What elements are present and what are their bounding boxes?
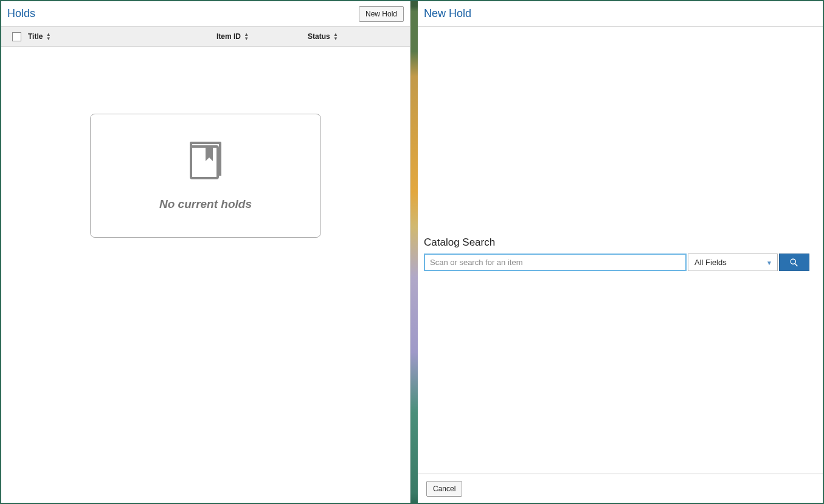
column-header-item-id-label: Item ID xyxy=(216,32,241,41)
new-hold-title: New Hold xyxy=(424,7,471,20)
holds-table-header: Title ▲▼ Item ID ▲▼ Status ▲▼ xyxy=(1,27,410,47)
app-frame: Holds New Hold Title ▲▼ Item ID ▲▼ Statu… xyxy=(0,0,824,504)
book-icon xyxy=(189,140,223,181)
catalog-search-label: Catalog Search xyxy=(424,236,809,249)
select-all-checkbox[interactable] xyxy=(12,32,21,41)
column-header-title[interactable]: Title ▲▼ xyxy=(28,32,216,41)
new-hold-panel: New Hold Catalog Search All Fields ▼ xyxy=(418,1,823,503)
holds-empty-area: No current holds xyxy=(1,47,410,503)
column-header-status-label: Status xyxy=(308,32,330,41)
catalog-search-block: Catalog Search All Fields ▼ xyxy=(424,236,809,271)
holds-empty-box: No current holds xyxy=(90,114,321,238)
column-header-status[interactable]: Status ▲▼ xyxy=(308,32,369,41)
chevron-down-icon: ▼ xyxy=(766,259,772,266)
svg-rect-0 xyxy=(191,147,218,178)
catalog-search-row: All Fields ▼ xyxy=(424,254,809,271)
holds-panel: Holds New Hold Title ▲▼ Item ID ▲▼ Statu… xyxy=(1,1,410,503)
sort-icon: ▲▼ xyxy=(244,32,249,41)
new-hold-button[interactable]: New Hold xyxy=(359,6,404,22)
holds-panel-header: Holds New Hold xyxy=(1,1,410,27)
sort-icon: ▲▼ xyxy=(333,32,338,41)
holds-empty-text: No current holds xyxy=(159,198,252,211)
catalog-search-button[interactable] xyxy=(779,254,809,271)
cancel-button[interactable]: Cancel xyxy=(426,481,462,497)
holds-title: Holds xyxy=(7,7,35,20)
search-icon xyxy=(789,257,800,268)
column-header-title-label: Title xyxy=(28,32,43,41)
catalog-search-field-select[interactable]: All Fields ▼ xyxy=(688,254,778,271)
column-header-item-id[interactable]: Item ID ▲▼ xyxy=(216,32,308,41)
sort-icon: ▲▼ xyxy=(46,32,51,41)
catalog-search-field-value: All Fields xyxy=(694,258,727,267)
catalog-search-input[interactable] xyxy=(424,254,687,271)
new-hold-footer: Cancel xyxy=(418,474,823,503)
new-hold-panel-header: New Hold xyxy=(418,1,823,27)
new-hold-body: Catalog Search All Fields ▼ xyxy=(418,27,823,474)
